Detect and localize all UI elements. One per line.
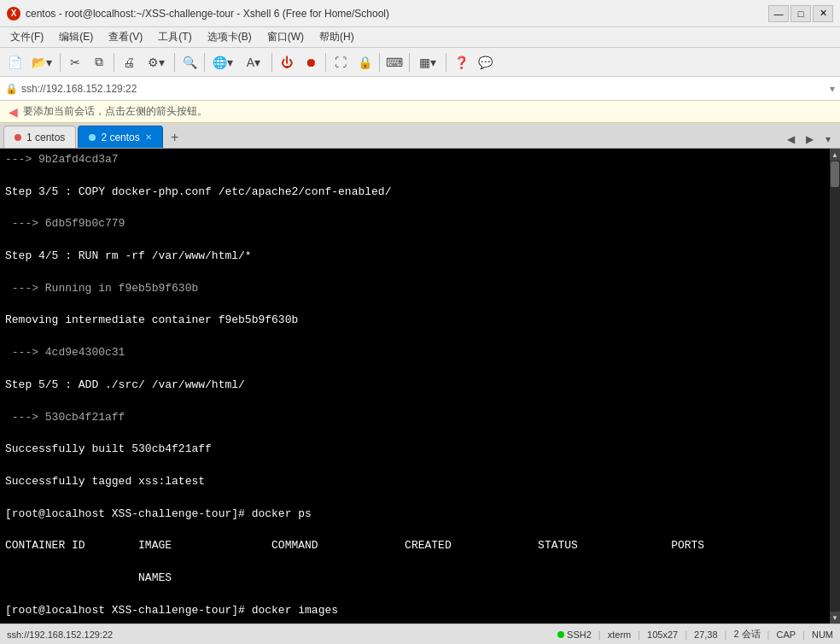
- tab-2-label: 2 centos: [101, 132, 139, 143]
- terminal-scrollbar[interactable]: ▲ ▼: [830, 149, 840, 624]
- help-button[interactable]: ❓: [450, 51, 472, 73]
- new-tab-button[interactable]: +: [165, 127, 185, 148]
- status-sessions: 2 会话: [733, 628, 760, 641]
- status-encoding: xterm: [608, 629, 632, 640]
- info-text: 要添加当前会话，点击左侧的箭头按钮。: [23, 104, 207, 119]
- tabbar: 1 centos 2 centos ✕ + ◀ ▶ ▾: [0, 123, 840, 149]
- address-dropdown-icon[interactable]: ▾: [830, 83, 835, 95]
- term-line-13: NAMES: [5, 571, 825, 587]
- scroll-track: [830, 161, 840, 612]
- connect-button[interactable]: 🌐▾: [208, 51, 237, 73]
- menu-window[interactable]: 窗口(W): [260, 28, 311, 46]
- status-ssh: SSH2: [557, 629, 592, 640]
- addressbar: 🔒 ssh://192.168.152.129:22 ▾: [0, 77, 840, 101]
- tab-1-centos[interactable]: 1 centos: [3, 126, 76, 148]
- keyboard-button[interactable]: ⌨: [383, 51, 405, 73]
- info-arrow-icon: ◀: [9, 105, 18, 119]
- toolbar-sep-4: [204, 53, 205, 72]
- terminal[interactable]: ---> 9b2afd4cd3a7 Step 3/5 : COPY docker…: [0, 149, 830, 624]
- term-line-0: ---> 9b2afd4cd3a7: [5, 152, 825, 168]
- term-line-11: [root@localhost XSS-challenge-tour]# doc…: [5, 506, 825, 523]
- terminal-wrapper: ---> 9b2afd4cd3a7 Step 3/5 : COPY docker…: [0, 149, 840, 624]
- term-line-5: Removing intermediate container f9eb5b9f…: [5, 313, 825, 329]
- app-icon: X: [7, 7, 20, 20]
- status-sep-1: |: [598, 629, 601, 640]
- toolbar-sep-2: [114, 53, 114, 72]
- term-line-6: ---> 4cd9e4300c31: [5, 345, 825, 361]
- address-text[interactable]: ssh://192.168.152.129:22: [21, 83, 826, 95]
- tab-nav: ◀ ▶ ▾: [782, 131, 837, 148]
- tab-2-centos[interactable]: 2 centos ✕: [78, 126, 162, 148]
- tab-prev-button[interactable]: ◀: [782, 131, 799, 148]
- menu-help[interactable]: 帮助(H): [312, 28, 361, 46]
- menu-edit[interactable]: 编辑(E): [52, 28, 100, 46]
- status-grid: 105x27: [647, 629, 678, 640]
- toolbar-sep-6: [325, 53, 326, 72]
- status-num: NUM: [812, 629, 833, 640]
- toolbar-sep-8: [409, 53, 410, 72]
- font-button[interactable]: A▾: [239, 51, 268, 73]
- minimize-button[interactable]: —: [768, 5, 789, 22]
- scroll-thumb[interactable]: [831, 161, 839, 187]
- status-sep-2: |: [638, 629, 640, 640]
- status-sep-3: |: [685, 629, 687, 640]
- tab-1-dot: [15, 134, 21, 141]
- status-sep-4: |: [725, 629, 727, 640]
- menu-tabs[interactable]: 选项卡(B): [201, 28, 259, 46]
- scroll-up-button[interactable]: ▲: [830, 149, 840, 161]
- toolbar-sep-3: [174, 53, 175, 72]
- term-line-9: Successfully built 530cb4f21aff: [5, 442, 825, 458]
- menu-view[interactable]: 查看(V): [102, 28, 149, 46]
- term-line-1: Step 3/5 : COPY docker-php.conf /etc/apa…: [5, 184, 825, 201]
- term-line-3: Step 4/5 : RUN rm -rf /var/www/html/*: [5, 249, 825, 265]
- lock-icon: 🔒: [5, 83, 18, 95]
- toolbar-sep-9: [446, 53, 446, 72]
- print-button[interactable]: 🖨: [118, 51, 140, 73]
- cut-button[interactable]: ✂: [64, 51, 86, 73]
- tab-menu-button[interactable]: ▾: [820, 131, 837, 148]
- infobar: ◀ 要添加当前会话，点击左侧的箭头按钮。: [0, 101, 840, 123]
- search-button[interactable]: 🔍: [178, 51, 201, 73]
- toolbar: 📄 📂▾ ✂ ⧉ 🖨 ⚙▾ 🔍 🌐▾ A▾ ⏻ ⏺ ⛶ 🔒 ⌨ ▦▾ ❓ 💬: [0, 48, 840, 77]
- term-line-10: Successfully tagged xss:latest: [5, 474, 825, 490]
- tab-next-button[interactable]: ▶: [801, 131, 818, 148]
- tab-2-dot: [89, 134, 96, 141]
- new-session-button[interactable]: 📄: [3, 51, 26, 73]
- toolbar-sep-5: [271, 53, 272, 72]
- window-controls[interactable]: — □ ✕: [768, 5, 833, 22]
- toolbar-sep-7: [379, 53, 380, 72]
- term-line-12: CONTAINER ID IMAGE COMMAND CREATED STATU…: [5, 538, 825, 554]
- menubar: 文件(F) 编辑(E) 查看(V) 工具(T) 选项卡(B) 窗口(W) 帮助(…: [0, 27, 840, 48]
- statusbar: ssh://192.168.152.129:22 SSH2 | xterm | …: [0, 624, 840, 644]
- status-dot-icon: [557, 631, 564, 638]
- window-title: centos - root@localhost:~/XSS-challenge-…: [26, 8, 763, 20]
- properties-button[interactable]: ⚙▾: [142, 51, 171, 73]
- chat-button[interactable]: 💬: [474, 51, 496, 73]
- lock-button[interactable]: 🔒: [353, 51, 376, 73]
- power-button[interactable]: ⏻: [276, 51, 298, 73]
- layout-button[interactable]: ▦▾: [413, 51, 442, 73]
- term-line-14: [root@localhost XSS-challenge-tour]# doc…: [5, 603, 825, 619]
- status-ssh-label: SSH2: [567, 629, 592, 640]
- close-button[interactable]: ✕: [813, 5, 833, 22]
- tab-1-label: 1 centos: [26, 132, 65, 143]
- maximize-button[interactable]: □: [790, 5, 811, 22]
- open-button[interactable]: 📂▾: [27, 51, 56, 73]
- copy-button[interactable]: ⧉: [88, 51, 110, 73]
- term-line-8: ---> 530cb4f21aff: [5, 410, 825, 426]
- term-line-7: Step 5/5 : ADD ./src/ /var/www/html/: [5, 378, 825, 394]
- scroll-down-button[interactable]: ▼: [830, 612, 840, 624]
- menu-file[interactable]: 文件(F): [3, 28, 50, 46]
- status-sep-6: |: [802, 629, 805, 640]
- tab-2-close-icon[interactable]: ✕: [145, 132, 152, 142]
- menu-tools[interactable]: 工具(T): [151, 28, 198, 46]
- term-line-4: ---> Running in f9eb5b9f630b: [5, 281, 825, 297]
- status-url: ssh://192.168.152.129:22: [7, 629, 113, 640]
- status-right: SSH2 | xterm | 105x27 | 27,38 | 2 会话 | C…: [557, 628, 833, 641]
- status-sep-5: |: [767, 629, 770, 640]
- record-button[interactable]: ⏺: [300, 51, 322, 73]
- status-caps: CAP: [776, 629, 796, 640]
- status-position: 27,38: [694, 629, 718, 640]
- fullscreen-button[interactable]: ⛶: [330, 51, 352, 73]
- term-line-2: ---> 6db5f9b0c779: [5, 216, 825, 232]
